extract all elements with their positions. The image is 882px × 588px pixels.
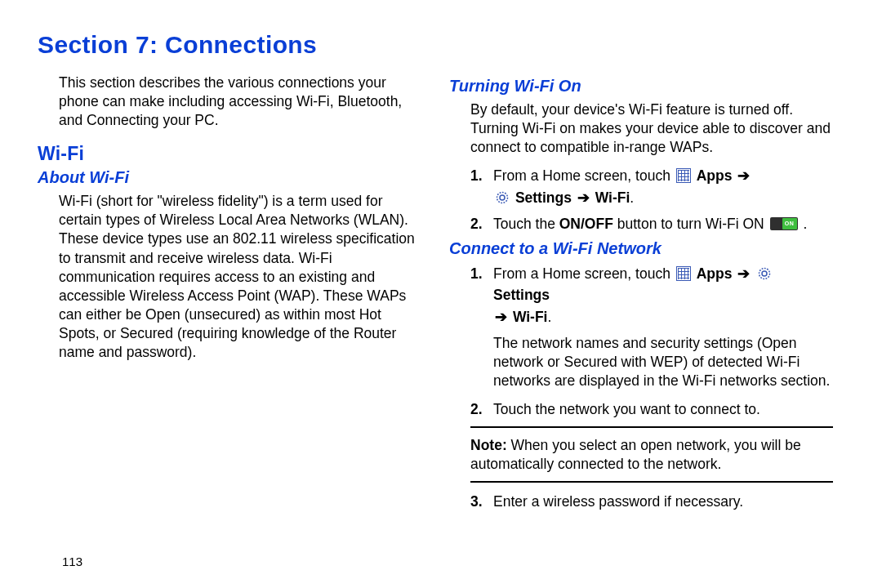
note-body: When you select an open network, you wil…: [470, 437, 801, 472]
arrow-icon: ➔: [736, 167, 751, 184]
turning-wifi-on-heading: Turning Wi-Fi On: [449, 77, 833, 96]
wifi-label: Wi-Fi: [595, 189, 630, 206]
turning-wifi-on-body: By default, your device's Wi-Fi feature …: [449, 100, 833, 157]
connect-step-3: 3. Enter a wireless password if necessar…: [470, 491, 833, 512]
arrow-icon: ➔: [493, 309, 509, 325]
step-number: 1.: [470, 263, 483, 284]
gear-icon: [495, 190, 510, 205]
manual-page: Section 7: Connections This section desc…: [0, 0, 882, 588]
connect-step-1: 1. From a Home screen, touch Apps ➔ Sett…: [470, 263, 833, 390]
step-number: 1.: [470, 165, 483, 186]
svg-point-1: [500, 195, 505, 200]
connect-steps-continued: 3. Enter a wireless password if necessar…: [449, 491, 833, 512]
svg-point-2: [760, 269, 770, 279]
connect-step-2: 2. Touch the network you want to connect…: [470, 399, 833, 420]
connect-network-heading: Connect to a Wi-Fi Network: [449, 239, 833, 258]
apps-label: Apps: [697, 265, 733, 282]
step-text: From a Home screen, touch: [493, 167, 675, 184]
wifi-heading: Wi-Fi: [38, 143, 421, 165]
onoff-label: ON/OFF: [559, 216, 613, 232]
connect-steps: 1. From a Home screen, touch Apps ➔ Sett…: [449, 263, 833, 420]
arrow-icon: ➔: [576, 189, 591, 206]
svg-point-0: [497, 192, 508, 203]
gear-icon: [757, 266, 772, 281]
note-block: Note: When you select an open network, y…: [449, 436, 833, 474]
settings-label: Settings: [493, 287, 550, 303]
toggle-on-icon: ON: [770, 217, 798, 230]
connect-step-1-body: The network names and security settings …: [493, 334, 833, 390]
apps-label: Apps: [697, 167, 733, 184]
settings-label: Settings: [515, 189, 572, 206]
apps-icon: [676, 168, 691, 183]
period: .: [547, 309, 551, 325]
about-wifi-heading: About Wi-Fi: [38, 168, 421, 187]
toggle-knob: ON: [782, 218, 797, 229]
note-rule-bottom: [470, 481, 833, 483]
note-rule-top: [470, 426, 833, 428]
step-text: Touch the: [493, 216, 559, 232]
two-column-layout: This section describes the various conne…: [38, 74, 844, 517]
period: .: [800, 216, 808, 232]
turning-on-step-2: 2. Touch the ON/OFF button to turn Wi-Fi…: [470, 213, 833, 234]
step-text: Touch the network you want to connect to…: [493, 401, 760, 417]
step-number: 2.: [470, 399, 483, 420]
wifi-label: Wi-Fi: [513, 309, 548, 325]
left-column: This section describes the various conne…: [38, 74, 421, 517]
svg-point-3: [762, 271, 767, 276]
step-number: 2.: [470, 213, 483, 234]
about-wifi-body: Wi-Fi (short for "wireless fidelity") is…: [38, 192, 421, 362]
right-column: Turning Wi-Fi On By default, your device…: [449, 74, 833, 517]
step-number: 3.: [470, 491, 483, 512]
page-number: 113: [62, 555, 82, 568]
step-text-post: button to turn Wi-Fi ON: [617, 216, 768, 232]
step-text: Enter a wireless password if necessary.: [493, 493, 743, 510]
note-label: Note:: [470, 437, 507, 453]
period: .: [630, 189, 634, 206]
apps-icon: [676, 266, 691, 281]
arrow-icon: ➔: [736, 265, 751, 282]
turning-on-step-1: 1. From a Home screen, touch Apps ➔ Sett…: [470, 165, 833, 208]
step-text: From a Home screen, touch: [493, 265, 675, 282]
intro-paragraph: This section describes the various conne…: [38, 74, 421, 130]
section-title: Section 7: Connections: [38, 31, 844, 59]
turning-on-steps: 1. From a Home screen, touch Apps ➔ Sett…: [449, 165, 833, 234]
